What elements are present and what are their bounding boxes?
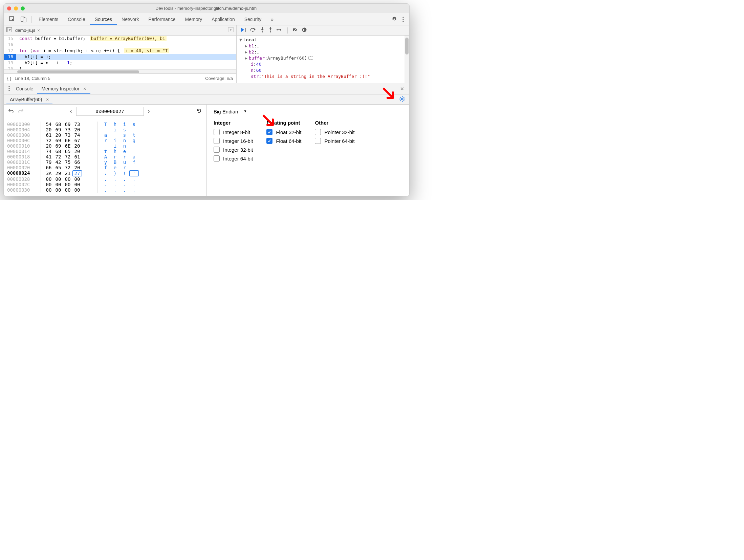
file-tab-close-icon[interactable]: × bbox=[37, 28, 40, 33]
hex-ascii[interactable]: a st bbox=[97, 132, 151, 138]
scope-entry[interactable]: ▶b2: … bbox=[239, 49, 407, 55]
tab-security[interactable]: Security bbox=[240, 14, 266, 25]
scrollbar-thumb[interactable] bbox=[405, 38, 409, 55]
checkbox[interactable] bbox=[214, 147, 220, 153]
tab-sources[interactable]: Sources bbox=[90, 14, 117, 25]
endianness-dropdown[interactable]: Big Endian ▼ bbox=[214, 109, 402, 114]
address-input[interactable] bbox=[76, 107, 144, 116]
tab-network[interactable]: Network bbox=[117, 14, 144, 25]
step-into-icon[interactable] bbox=[260, 27, 264, 34]
checkbox[interactable] bbox=[214, 138, 220, 144]
hex-bytes[interactable]: 3A292127 bbox=[41, 170, 94, 176]
mi-buffer-tab[interactable]: ArrayBuffer(60) × bbox=[6, 95, 52, 104]
refresh-icon[interactable] bbox=[195, 107, 203, 116]
deactivate-breakpoints-icon[interactable] bbox=[292, 27, 298, 33]
code-line[interactable]: 15const buffer = b1.buffer;buffer = Arra… bbox=[4, 36, 236, 42]
hex-ascii[interactable]: This bbox=[97, 122, 151, 127]
type-option[interactable]: ✓Float 64-bit bbox=[266, 138, 301, 144]
hex-bytes[interactable]: 72696E67 bbox=[41, 138, 94, 143]
tab-memory[interactable]: Memory bbox=[180, 14, 207, 25]
vertical-scrollbar[interactable] bbox=[404, 36, 409, 83]
drawer-close-icon[interactable]: × bbox=[397, 84, 407, 94]
next-page-icon[interactable]: › bbox=[147, 106, 151, 116]
hex-bytes[interactable]: 00000000 bbox=[41, 176, 94, 182]
hex-ascii[interactable]: the bbox=[97, 149, 151, 154]
code-line[interactable]: 20} bbox=[4, 66, 236, 69]
horizontal-scrollbar[interactable] bbox=[4, 69, 236, 73]
code-line[interactable]: 18 b1[i] = i; bbox=[4, 54, 236, 60]
drawer-tab-memory-inspector[interactable]: Memory Inspector × bbox=[37, 83, 90, 94]
hex-bytes[interactable]: 00000000 bbox=[41, 182, 94, 187]
resume-icon[interactable] bbox=[241, 27, 246, 34]
hex-ascii[interactable]: yBuf bbox=[97, 159, 151, 165]
hex-ascii[interactable]: .... bbox=[97, 182, 151, 187]
redo-icon[interactable] bbox=[17, 107, 25, 115]
code-editor[interactable]: 15const buffer = b1.buffer;buffer = Arra… bbox=[4, 36, 236, 69]
hex-bytes[interactable]: 00000000 bbox=[41, 187, 94, 193]
hex-ascii[interactable]: :)!' bbox=[97, 170, 151, 176]
file-tab[interactable]: demo-js.js × bbox=[12, 26, 43, 34]
drawer-tab-console[interactable]: Console bbox=[12, 83, 37, 94]
step-icon[interactable] bbox=[277, 28, 283, 33]
tab-console[interactable]: Console bbox=[63, 14, 90, 25]
hex-ascii[interactable]: fer bbox=[97, 165, 151, 170]
step-over-icon[interactable] bbox=[250, 27, 256, 33]
scope-entry[interactable]: n: 60 bbox=[239, 67, 407, 73]
code-line[interactable]: 17for (var i = str.length; i < n; ++i) {… bbox=[4, 48, 236, 54]
drawer-more-icon[interactable] bbox=[6, 84, 12, 94]
scope-entry[interactable]: i: 40 bbox=[239, 61, 407, 67]
hex-bytes[interactable]: 54686973 bbox=[41, 122, 94, 127]
hex-bytes[interactable]: 61207374 bbox=[41, 132, 94, 138]
type-option[interactable]: Pointer 64-bit bbox=[315, 138, 354, 144]
scrollbar-thumb[interactable] bbox=[17, 70, 139, 73]
close-window-button[interactable] bbox=[7, 6, 11, 10]
type-option[interactable]: Integer 8-bit bbox=[214, 129, 253, 135]
hex-ascii[interactable]: .... bbox=[97, 187, 151, 193]
checkbox[interactable] bbox=[214, 155, 220, 161]
type-option[interactable]: Pointer 32-bit bbox=[315, 129, 354, 135]
maximize-window-button[interactable] bbox=[21, 6, 25, 10]
undo-icon[interactable] bbox=[7, 107, 15, 115]
scope-entry[interactable]: str: "This is a string in the ArrayBuffe… bbox=[239, 73, 407, 80]
format-icon[interactable]: { } bbox=[7, 76, 11, 81]
hex-ascii[interactable]: in bbox=[97, 143, 151, 149]
step-out-icon[interactable] bbox=[268, 27, 272, 34]
hex-ascii[interactable]: .... bbox=[97, 176, 151, 182]
scope-entry[interactable]: ▶b1: … bbox=[239, 43, 407, 49]
hex-bytes[interactable]: 20697320 bbox=[41, 127, 94, 132]
code-line[interactable]: 16 bbox=[4, 42, 236, 48]
code-line[interactable]: 19 b2[i] = n - i - 1; bbox=[4, 60, 236, 66]
type-option[interactable]: Integer 16-bit bbox=[214, 138, 253, 144]
mi-tab-close-icon[interactable]: × bbox=[46, 97, 49, 102]
more-menu-icon[interactable] bbox=[400, 15, 407, 24]
inspect-icon[interactable] bbox=[6, 14, 18, 24]
tab-elements[interactable]: Elements bbox=[34, 14, 63, 25]
hex-bytes[interactable]: 79427566 bbox=[41, 159, 94, 165]
reveal-in-memory-icon[interactable] bbox=[308, 56, 313, 60]
hex-grid[interactable]: 0000000054686973This0000000420697320 is … bbox=[4, 118, 206, 196]
minimize-window-button[interactable] bbox=[14, 6, 18, 10]
device-toggle-icon[interactable] bbox=[18, 14, 29, 24]
more-tabs-button[interactable]: » bbox=[266, 14, 278, 25]
hex-bytes[interactable]: 20696E20 bbox=[41, 143, 94, 149]
scope-entry[interactable]: ▶buffer: ArrayBuffer(60) bbox=[239, 55, 407, 61]
tab-application[interactable]: Application bbox=[207, 14, 240, 25]
drawer-tab-close-icon[interactable]: × bbox=[83, 86, 86, 91]
pause-on-exceptions-icon[interactable] bbox=[302, 27, 307, 33]
tab-performance[interactable]: Performance bbox=[144, 14, 180, 25]
checkbox-checked[interactable]: ✓ bbox=[266, 138, 272, 144]
hex-bytes[interactable]: 41727261 bbox=[41, 154, 94, 159]
type-option[interactable]: Integer 32-bit bbox=[214, 147, 253, 153]
hex-ascii[interactable]: ring bbox=[97, 138, 151, 143]
scope-local-header[interactable]: ▼Local bbox=[239, 37, 407, 43]
hex-bytes[interactable]: 66657220 bbox=[41, 165, 94, 170]
navigator-toggle-icon[interactable] bbox=[6, 27, 12, 33]
hex-ascii[interactable]: Arra bbox=[97, 154, 151, 159]
mi-settings-gear-icon[interactable] bbox=[398, 95, 407, 104]
run-snippet-icon[interactable] bbox=[228, 27, 234, 33]
prev-page-icon[interactable]: ‹ bbox=[69, 106, 73, 116]
hex-bytes[interactable]: 74686520 bbox=[41, 149, 94, 154]
settings-gear-icon[interactable] bbox=[389, 15, 400, 24]
checkbox[interactable] bbox=[214, 129, 220, 135]
hex-ascii[interactable]: is bbox=[97, 127, 151, 132]
